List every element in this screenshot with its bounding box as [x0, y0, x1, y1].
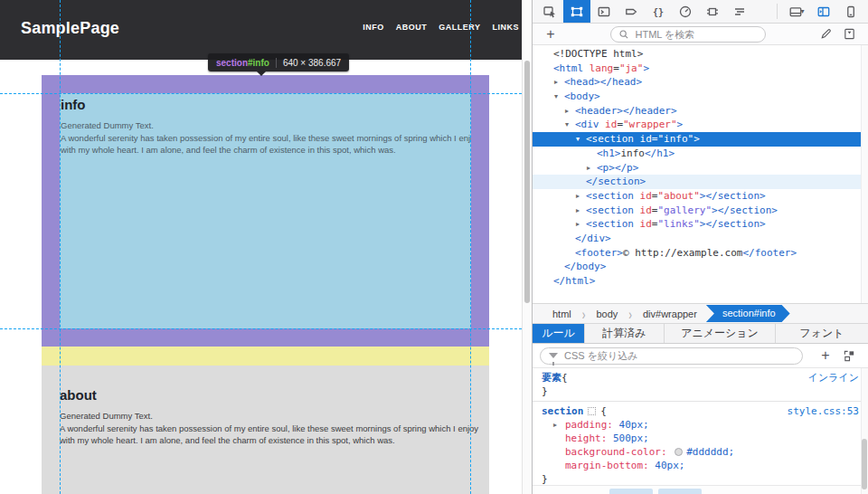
markup-line[interactable]: </section> [533, 175, 868, 189]
markup-line[interactable]: ▾<section id="info"> [533, 132, 868, 147]
debugger-tab-icon[interactable] [618, 0, 645, 23]
twisty-icon[interactable]: ▸ [576, 204, 586, 218]
site-nav-link-gallery[interactable]: GALLERY [439, 23, 480, 32]
breadcrumb-separator-icon: › [582, 306, 586, 322]
site-nav-link-about[interactable]: ABOUT [396, 23, 428, 32]
markup-line[interactable]: ▸<header></header> [533, 104, 868, 119]
markup-line[interactable]: ▸<section id="about"></section> [533, 189, 868, 204]
css-filter-box[interactable] [540, 347, 803, 365]
add-node-button[interactable]: + [540, 25, 561, 43]
css-selector[interactable]: section [542, 404, 583, 418]
memory-tab-icon[interactable] [699, 0, 726, 23]
markup-line[interactable]: ▸<head></head> [533, 75, 868, 90]
css-declaration[interactable]: background-color: #dddddd; [542, 445, 859, 459]
site-brand: SamplePage [21, 19, 119, 38]
pick-element-icon[interactable] [536, 0, 563, 23]
markup-line[interactable]: <footer>© http://example.com</footer> [533, 246, 868, 261]
twisty-icon[interactable]: ▸ [553, 418, 557, 432]
screen: SamplePage INFOABOUTGALLERYLINKS info Ge… [0, 0, 868, 494]
css-selector[interactable]: 要素 [542, 371, 561, 385]
markup-token: ></section> [700, 218, 766, 230]
markup-line[interactable]: </div> [533, 232, 868, 246]
twisty-icon[interactable]: ▾ [565, 118, 575, 132]
tab-アニメーション[interactable]: アニメーション [665, 324, 776, 343]
css-rule: section {style.css:53▸padding: 40px;heig… [533, 402, 868, 489]
node-infobar-separator [276, 58, 277, 68]
rules-scrollbar[interactable] [861, 368, 868, 494]
browser-viewport: SamplePage INFOABOUTGALLERYLINKS info Ge… [0, 0, 532, 494]
state-pill[interactable] [609, 489, 653, 494]
breadcrumb-item-html[interactable]: html [551, 309, 573, 319]
breadcrumb-item-div-wrapper[interactable]: div#wrapper [641, 309, 699, 319]
rules-scrollbar-thumb[interactable] [862, 439, 867, 489]
performance-tab-icon[interactable] [672, 0, 699, 23]
eyedropper-icon[interactable] [814, 27, 837, 41]
node-infobar-arrow [257, 71, 266, 81]
pseudo-class-panel-icon[interactable] [837, 349, 861, 363]
markup-line[interactable]: <h1>info</h1> [533, 147, 868, 161]
network-tab-icon[interactable] [726, 0, 753, 23]
tab-計算済み[interactable]: 計算済み [585, 324, 665, 343]
css-declaration[interactable]: ▸padding: 40px; [542, 418, 859, 432]
css-filter-input[interactable] [562, 349, 794, 362]
twisty-icon[interactable]: ▸ [576, 189, 586, 204]
twisty-icon[interactable]: ▸ [587, 161, 597, 176]
toolbar-separator [777, 4, 778, 19]
page-scrollbar-thumb[interactable] [524, 61, 530, 303]
markup-line[interactable]: ▾<div id="wrapper"> [533, 118, 868, 132]
rulers-icon[interactable] [837, 27, 861, 41]
markup-line[interactable]: <html lang="ja"> [533, 62, 868, 76]
markup-token: "wrapper" [623, 119, 677, 130]
markup-line[interactable]: ▸<section id="gallery"></section> [533, 204, 868, 218]
selector-highlighter-icon[interactable] [588, 407, 596, 415]
markup-line[interactable]: ▸<section id="links"></section> [533, 217, 868, 232]
markup-scrollbar[interactable] [861, 45, 868, 303]
css-declaration[interactable]: margin-bottom: 40px; [542, 459, 859, 472]
html-search-input[interactable] [634, 28, 742, 41]
css-declaration[interactable]: height: 500px; [542, 432, 859, 445]
markup-token: <footer> [575, 247, 623, 259]
twisty-icon[interactable]: ▾ [576, 132, 586, 147]
stylesheet-link[interactable]: インライン [808, 371, 859, 385]
twisty-icon[interactable]: ▾ [554, 90, 564, 104]
add-rule-button[interactable]: + [814, 347, 837, 364]
markup-token: lang [583, 62, 613, 74]
markup-line[interactable]: </html> [533, 274, 868, 289]
markup-line[interactable]: ▸<p></p> [533, 161, 868, 176]
markup-token: ></section> [700, 190, 766, 202]
highlighter-guide-vertical-right [470, 0, 471, 494]
split-console-icon[interactable] [810, 0, 837, 23]
site-nav: INFOABOUTGALLERYLINKS [363, 23, 519, 32]
paragraph-line: with my whole heart. I am alone, and fee… [61, 144, 462, 157]
console-tab-icon[interactable] [590, 0, 618, 23]
markup-token: = [613, 62, 619, 74]
markup-token: id [599, 119, 618, 130]
markup-view: <!DOCTYPE html><html lang="ja">▸<head></… [533, 45, 868, 303]
color-swatch[interactable] [675, 448, 683, 456]
style-editor-tab-icon[interactable]: {} [645, 0, 672, 23]
rules-view: 要素 {インライン}section {style.css:53▸padding:… [533, 368, 868, 494]
markup-line[interactable]: ▾<body> [533, 90, 868, 104]
markup-token: "links" [657, 218, 699, 230]
page-scrollbar[interactable] [522, 0, 532, 494]
site-nav-link-links[interactable]: LINKS [493, 23, 520, 32]
state-pill[interactable] [658, 489, 702, 494]
responsive-mode-icon[interactable] [837, 0, 864, 23]
dock-side-icon[interactable]: ▾ [783, 0, 810, 23]
highlight-margin-overlay [42, 347, 489, 366]
breadcrumb-item-body[interactable]: body [594, 309, 619, 319]
twisty-icon[interactable]: ▸ [554, 75, 564, 90]
inspector-tab-icon[interactable] [563, 0, 590, 23]
stylesheet-link[interactable]: style.css:53 [788, 404, 859, 418]
dropdown-caret-icon: ▾ [800, 7, 804, 15]
twisty-icon[interactable]: ▸ [565, 104, 575, 119]
tab-フォント[interactable]: フォント [776, 324, 868, 343]
node-infobar: section#info 640 × 386.667 [208, 53, 349, 71]
breadcrumb-item-section-info[interactable]: section#info [706, 305, 790, 322]
markup-line[interactable]: </body> [533, 260, 868, 274]
markup-line[interactable]: <!DOCTYPE html> [533, 47, 868, 62]
html-search-box[interactable] [610, 26, 766, 43]
site-nav-link-info[interactable]: INFO [363, 23, 384, 32]
tab-ルール[interactable]: ルール [533, 324, 585, 343]
twisty-icon[interactable]: ▸ [576, 217, 586, 232]
